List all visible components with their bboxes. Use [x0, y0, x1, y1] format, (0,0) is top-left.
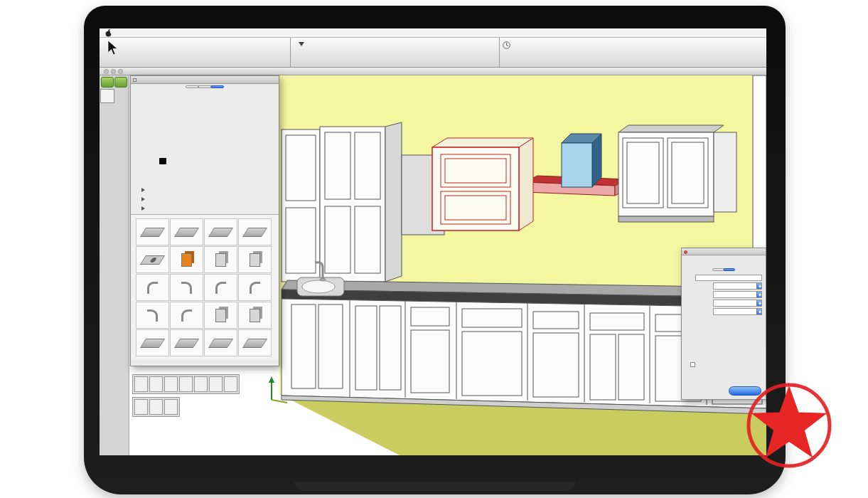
- close-icon[interactable]: [133, 78, 136, 82]
- group-iso[interactable]: [131, 185, 279, 194]
- upper-cabinet-left[interactable]: [320, 122, 402, 282]
- grid-add-tool-icon[interactable]: [100, 260, 114, 274]
- grid-tool-icon[interactable]: [194, 376, 208, 392]
- home-tool-icon[interactable]: [100, 302, 114, 317]
- symbol-thumbnail[interactable]: [136, 329, 169, 356]
- tab-entities[interactable]: [186, 85, 198, 88]
- mode-3d-button[interactable]: [114, 77, 127, 88]
- category-kitchen-selected[interactable]: [131, 157, 279, 166]
- inspector-title-bar[interactable]: [682, 248, 766, 255]
- symbol-thumbnail[interactable]: [136, 302, 169, 329]
- symbol-thumbnail[interactable]: [204, 218, 237, 245]
- name-field[interactable]: [695, 275, 762, 281]
- color-select[interactable]: [713, 291, 762, 298]
- diamond-tool-icon[interactable]: [100, 245, 114, 260]
- tab-attributes[interactable]: [724, 268, 735, 271]
- tab-symbols[interactable]: [211, 85, 224, 88]
- roof-tool-icon[interactable]: [224, 376, 237, 392]
- disclosure-triangle-icon[interactable]: [141, 206, 145, 211]
- polygon-tool-icon[interactable]: [114, 132, 129, 146]
- disclosure-triangle-icon[interactable]: [141, 197, 145, 201]
- symbol-thumbnail[interactable]: [170, 302, 203, 329]
- part-dropdown[interactable]: [299, 42, 308, 46]
- upper-cabinet-right[interactable]: [618, 125, 736, 222]
- zoom-window-button[interactable]: [118, 69, 123, 74]
- symbol-thumbnail[interactable]: [238, 329, 272, 356]
- circle-tool-icon[interactable]: [100, 117, 114, 132]
- category-door[interactable]: [131, 176, 279, 186]
- disclosure-triangle-icon[interactable]: [141, 188, 145, 192]
- symbol-thumbnail[interactable]: [136, 218, 169, 245]
- symbol-thumbnail[interactable]: [204, 302, 237, 329]
- column-tool-icon[interactable]: [134, 376, 148, 392]
- pan-hand-tool-icon[interactable]: [134, 399, 148, 415]
- blue-box[interactable]: [562, 134, 601, 187]
- select-tool-icon[interactable]: [149, 399, 163, 415]
- group-process-plant[interactable]: [131, 203, 279, 213]
- window-tool-icon[interactable]: [164, 376, 178, 392]
- mesh-tool-icon[interactable]: [114, 174, 129, 189]
- dim-horizontal-tool-icon[interactable]: [100, 189, 114, 203]
- symbol-thumbnail[interactable]: [238, 246, 272, 273]
- layer-select[interactable]: [713, 308, 762, 315]
- symbol-thumbnail[interactable]: [204, 329, 237, 356]
- target-tool-icon[interactable]: [114, 203, 129, 217]
- arc-tool-icon[interactable]: [114, 146, 129, 160]
- workplane-tool-icon[interactable]: [114, 245, 129, 260]
- category-interior[interactable]: [131, 147, 279, 157]
- tab-layers[interactable]: [198, 85, 211, 88]
- locked-checkbox[interactable]: [690, 362, 695, 367]
- control-pts-select[interactable]: [713, 300, 762, 307]
- text-tool-icon[interactable]: [114, 160, 129, 174]
- hatch-tool-icon[interactable]: [100, 174, 114, 189]
- explorer-title-bar[interactable]: [131, 76, 279, 84]
- symbol-thumbnail[interactable]: [238, 218, 272, 245]
- rotate-ccw-tool-icon[interactable]: [100, 217, 114, 231]
- category-gazebo[interactable]: [131, 89, 279, 99]
- stepper-icon[interactable]: [756, 292, 761, 297]
- axis-tool-icon[interactable]: [100, 203, 114, 217]
- stepper-icon[interactable]: [756, 309, 761, 314]
- tab-display[interactable]: [712, 268, 724, 271]
- ring-tool-icon[interactable]: [100, 288, 114, 302]
- sphere-tool-icon[interactable]: [100, 231, 114, 245]
- spline-tool-icon[interactable]: [100, 146, 114, 160]
- document-title-bar[interactable]: [100, 68, 766, 75]
- rotate-cw-tool-icon[interactable]: [114, 217, 129, 231]
- symbol-thumbnail[interactable]: [238, 302, 272, 329]
- category-decor[interactable]: [131, 166, 279, 176]
- symbol-thumbnail[interactable]: [136, 274, 169, 301]
- swap-tool-icon[interactable]: [209, 376, 223, 392]
- symbol-thumbnail[interactable]: [170, 246, 203, 273]
- star-tool-icon[interactable]: [114, 288, 129, 302]
- symbol-thumbnail[interactable]: [170, 218, 203, 245]
- symbol-thumbnail[interactable]: [238, 274, 272, 301]
- resolution-select[interactable]: [713, 282, 762, 290]
- selected-cabinet[interactable]: [432, 138, 533, 231]
- group-aec[interactable]: [131, 194, 279, 203]
- category-antiques[interactable]: [131, 99, 279, 109]
- symbol-thumbnail[interactable]: [204, 274, 237, 301]
- history-clock-icon[interactable]: [503, 41, 510, 49]
- zoom-tool-icon[interactable]: [114, 302, 129, 317]
- category-cabfp[interactable]: [131, 108, 279, 118]
- symbol-thumbnail[interactable]: [170, 329, 203, 356]
- ellipse-tool-icon[interactable]: [114, 117, 129, 132]
- apple-menu-icon[interactable]: [105, 29, 112, 37]
- triangle-tool-icon[interactable]: [100, 274, 114, 288]
- category-counter[interactable]: [131, 137, 279, 147]
- close-window-button[interactable]: [104, 69, 109, 74]
- stepper-icon[interactable]: [756, 283, 761, 289]
- minimize-window-button[interactable]: [111, 69, 116, 74]
- symbol-thumbnail[interactable]: [136, 246, 169, 273]
- point-tool-icon[interactable]: [100, 103, 114, 117]
- grid-delete-tool-icon[interactable]: [114, 260, 129, 274]
- pen-tool-icon[interactable]: [100, 160, 114, 174]
- close-icon[interactable]: [684, 250, 687, 254]
- mode-2d-button[interactable]: [101, 77, 114, 88]
- stepper-icon[interactable]: [756, 300, 761, 306]
- select-open-tool-icon[interactable]: [114, 89, 129, 103]
- symbol-thumbnail[interactable]: [204, 246, 237, 273]
- symbol-thumbnail[interactable]: [170, 274, 203, 301]
- select-tool-icon[interactable]: [100, 89, 114, 103]
